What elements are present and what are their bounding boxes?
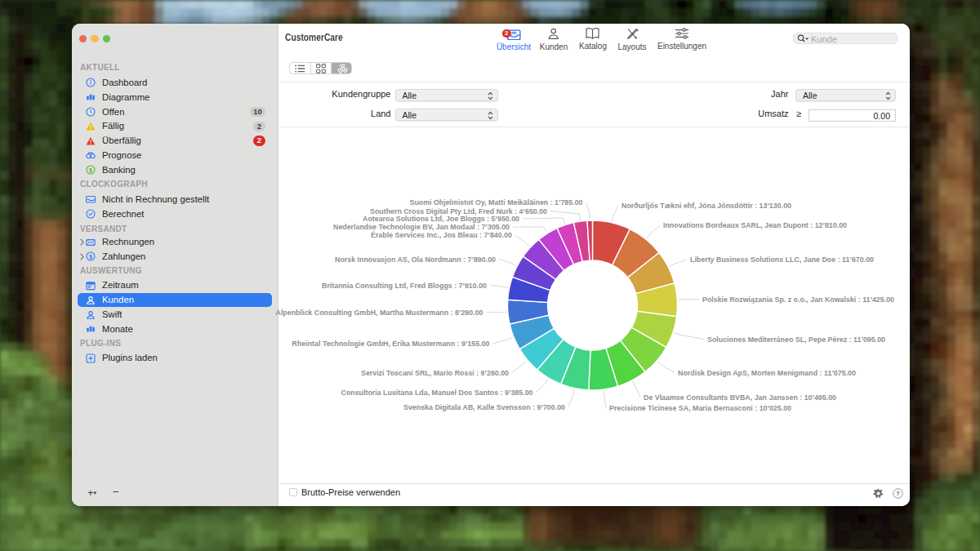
svg-text:Polskie Rozwiązania Sp. z o.o.: Polskie Rozwiązania Sp. z o.o., Jan Kowa… — [702, 295, 894, 304]
svg-text:Nordisk Design ApS, Morten Men: Nordisk Design ApS, Morten Menigmand : 1… — [678, 369, 856, 377]
svg-text:Liberty Business Solutions LLC: Liberty Business Solutions LLC, Jane Doe… — [690, 256, 874, 264]
svg-text:Servizi Toscani SRL, Mario Ros: Servizi Toscani SRL, Mario Rossi : 9’260… — [361, 369, 509, 377]
svg-text:Alpenblick Consulting GmbH, Ma: Alpenblick Consulting GmbH, Martha Muste… — [276, 309, 483, 317]
svg-text:Soluciones Mediterráneo SL, Pe: Soluciones Mediterráneo SL, Pepe Pérez :… — [707, 335, 885, 344]
svg-text:Nederlandse Technologie BV, Ja: Nederlandse Technologie BV, Jan Modaal :… — [333, 223, 510, 231]
svg-text:Norsk Innovasjon AS, Ola Nordm: Norsk Innovasjon AS, Ola Nordmann : 7’89… — [335, 256, 496, 264]
svg-text:Innovations Bordeaux SARL, Jea: Innovations Bordeaux SARL, Jean Dupont :… — [663, 221, 847, 229]
svg-text:Suomi Ohjelmistot Oy, Matti Me: Suomi Ohjelmistot Oy, Matti Meikäläinen … — [410, 198, 583, 207]
svg-text:Southern Cross Digital Pty Ltd: Southern Cross Digital Pty Ltd, Fred Nur… — [370, 207, 547, 216]
svg-text:$: $ — [88, 253, 91, 260]
svg-text:Britannia Consulting Ltd, Fred: Britannia Consulting Ltd, Fred Bloggs : … — [322, 282, 487, 290]
svg-text:$: $ — [88, 167, 91, 174]
svg-text:Consultoria Lusitana Lda, Manu: Consultoria Lusitana Lda, Manuel Dos San… — [341, 389, 533, 397]
svg-text:Aotearoa Solutions Ltd, Joe Bl: Aotearoa Solutions Ltd, Joe Bloggs : 5’9… — [363, 215, 519, 223]
svg-text:Svenska Digitala AB, Kalle Sve: Svenska Digitala AB, Kalle Svensson : 9’… — [403, 403, 565, 411]
svg-text:Precisione Ticinese SA, Maria: Precisione Ticinese SA, Maria Bernasconi… — [609, 404, 791, 412]
svg-text:Érable Services Inc., Jos Blea: Érable Services Inc., Jos Bleau : 7’840.… — [371, 230, 512, 239]
svg-text:Norðurljós Tækni ehf, Jóna Jón: Norðurljós Tækni ehf, Jóna Jónsdóttir : … — [621, 202, 791, 210]
svg-text:?: ? — [896, 490, 900, 497]
svg-text:Rheintal Technologie GmbH, Eri: Rheintal Technologie GmbH, Erika Musterm… — [292, 340, 490, 348]
svg-text:De Vlaamse Consultants BVBA, J: De Vlaamse Consultants BVBA, Jan Janssen… — [644, 393, 836, 402]
